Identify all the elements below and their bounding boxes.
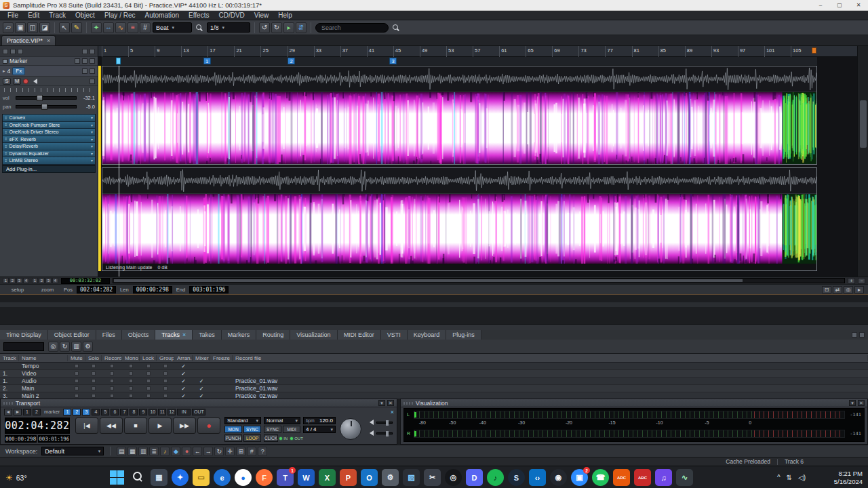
volume-icon[interactable]: ◁) xyxy=(798,474,806,481)
zoom-out-button[interactable]: − xyxy=(858,278,865,284)
mixer-view-icon[interactable]: ▥ xyxy=(138,447,148,456)
record-cell[interactable] xyxy=(102,364,122,368)
arrange-cell[interactable]: ✓ xyxy=(174,393,193,399)
play-mode-select[interactable]: Normal ▾ xyxy=(264,417,300,424)
arrange-cell[interactable]: ✓ xyxy=(174,386,193,392)
solo-cell[interactable] xyxy=(85,386,102,390)
stop-button[interactable]: ■ xyxy=(124,418,147,434)
draw-mode-icon[interactable]: ✎ xyxy=(71,22,82,33)
taskbar-app-start[interactable] xyxy=(108,469,125,486)
grid-quant-icon[interactable]: ⊞ xyxy=(236,447,245,456)
marker-menu-icon[interactable] xyxy=(90,58,95,64)
phones-volume-slider[interactable] xyxy=(376,432,393,434)
mono-cell[interactable] xyxy=(122,386,140,390)
setup-preset-4[interactable]: 4 xyxy=(23,278,29,283)
taskbar-app-obs[interactable]: ◎ xyxy=(445,469,462,486)
play-cursor-icon[interactable]: ▸ xyxy=(854,286,864,293)
plugin-slot-linmb-stereo[interactable]: ≡LinMB Stereo▾ xyxy=(3,157,95,165)
plugin-slot-oneknob-driver-stereo[interactable]: ≡OneKnob Driver Stereo▾ xyxy=(3,129,95,136)
volume-knob[interactable] xyxy=(340,418,361,440)
docker-tab-vsti[interactable]: VSTI xyxy=(381,330,408,340)
record-cell[interactable] xyxy=(102,386,122,390)
snap-icon[interactable]: ✛ xyxy=(225,447,235,456)
menu-item-file[interactable]: File xyxy=(3,11,23,20)
locate-icon[interactable]: ◎ xyxy=(844,286,853,293)
docker-tab-keyboard[interactable]: Keyboard xyxy=(408,330,447,340)
note-icon[interactable]: ♪ xyxy=(160,447,170,456)
group-cell[interactable] xyxy=(157,386,174,390)
plugin-icon[interactable]: # xyxy=(247,447,256,456)
menu-item-edit[interactable]: Edit xyxy=(23,11,44,20)
taskbar-app-edge[interactable]: e xyxy=(214,469,231,486)
menu-item-view[interactable]: View xyxy=(250,11,274,20)
grid-icon[interactable]: # xyxy=(140,22,151,33)
lock-cell[interactable] xyxy=(140,386,157,390)
panel-close-icon[interactable]: ✕ xyxy=(387,400,394,406)
mute-cell[interactable] xyxy=(68,364,85,368)
track-menu-icon[interactable] xyxy=(90,79,95,84)
monitor-icon[interactable]: ▸ xyxy=(283,22,294,33)
layout-icon[interactable] xyxy=(18,49,23,54)
add-plugin-button[interactable]: Add Plug-in... xyxy=(2,165,96,173)
docker-tab-midi-editor[interactable]: MIDI Editor xyxy=(338,330,381,340)
table-row-video[interactable]: 1.Video✓ xyxy=(0,370,868,378)
crossfade-icon[interactable]: ∿ xyxy=(115,22,126,33)
refresh-icon[interactable]: ↻ xyxy=(60,342,70,352)
menu-item-automation[interactable]: Automation xyxy=(140,11,184,20)
setup-preset-1[interactable]: 1 xyxy=(3,278,9,283)
column-header-record-file[interactable]: Record file xyxy=(233,355,868,361)
undo-icon[interactable]: ↺ xyxy=(259,22,270,33)
list-view-icon[interactable]: ≣ xyxy=(149,447,159,456)
marker-cell-6[interactable]: 6 xyxy=(111,409,119,415)
taskbar-app-abc-app[interactable]: ABC xyxy=(634,469,651,486)
taskbar-app-settings[interactable]: ⚙ xyxy=(382,469,399,486)
taskbar-app-task-view[interactable]: ▦ xyxy=(151,469,167,486)
lock-cell[interactable] xyxy=(140,371,157,375)
plugin-slot-convex[interactable]: ≡Convex▾ xyxy=(3,115,95,122)
table-row-tempo[interactable]: Tempo✓ xyxy=(0,363,868,370)
taskbar-app-steam[interactable]: S xyxy=(508,469,525,486)
panel-close-icon[interactable] xyxy=(859,332,865,338)
scroll-link-icon[interactable]: ⇄ xyxy=(833,286,842,293)
taskbar-app-vscode[interactable]: ‹› xyxy=(529,469,546,486)
marker-cell-11[interactable]: 11 xyxy=(158,409,166,415)
solo-cell[interactable] xyxy=(85,379,102,383)
tray-chevron-icon[interactable]: ^ xyxy=(777,474,781,481)
arrange-cell[interactable]: ✓ xyxy=(174,378,193,384)
taskbar-app-outlook[interactable]: O xyxy=(361,469,378,486)
taskbar-app-photos[interactable]: ▨ xyxy=(403,469,420,486)
mixer-cell[interactable]: ✓ xyxy=(193,393,210,399)
zoom-preset-2[interactable]: 2 xyxy=(39,278,45,283)
timeline-marker-1[interactable]: 1 xyxy=(203,58,211,64)
marker-next-icon[interactable]: ► xyxy=(14,409,22,415)
taskbar-app-search[interactable] xyxy=(130,469,146,486)
taskbar-app-firefox[interactable]: F xyxy=(256,469,273,486)
plugin-slot-delay-reverb[interactable]: ≡Delay/Reverb▾ xyxy=(3,143,95,150)
group-cell[interactable] xyxy=(157,379,174,383)
punch-button[interactable]: PUNCH xyxy=(224,434,242,442)
network-icon[interactable]: ⇅ xyxy=(787,474,792,481)
group-cell[interactable] xyxy=(157,371,174,375)
maximize-button[interactable]: ▢ xyxy=(830,0,849,11)
track-4-header[interactable]: ▸ 4 Fx xyxy=(0,66,98,77)
dock-icon[interactable] xyxy=(3,49,8,54)
sync2-button[interactable]: SYNC xyxy=(264,426,281,433)
redo-icon[interactable]: ↻ xyxy=(271,22,282,33)
nav-right-icon[interactable]: → xyxy=(203,447,213,456)
record-arm-button[interactable] xyxy=(23,79,28,84)
taskbar-app-audio-mixer[interactable]: ∿ xyxy=(676,469,693,486)
mixer-cell[interactable]: ✓ xyxy=(193,386,210,392)
mute-cell[interactable] xyxy=(68,379,85,383)
taskbar-app-excel[interactable]: X xyxy=(319,469,336,486)
locator-cell-1[interactable]: 1 xyxy=(23,409,31,415)
system-clock[interactable]: 8:21 PM 5/16/2024 xyxy=(834,466,863,488)
midi-button[interactable]: MIDI xyxy=(283,426,300,433)
group-cell[interactable] xyxy=(157,394,174,398)
mono-cell[interactable] xyxy=(122,364,140,368)
columns-icon[interactable]: ▥ xyxy=(71,342,81,352)
menu-item-track[interactable]: Track xyxy=(44,11,71,20)
taskbar-app-chrome[interactable]: ● xyxy=(235,469,252,486)
grid-toggle-icon[interactable] xyxy=(10,49,16,54)
time-display[interactable]: 002:04:282 xyxy=(5,418,70,434)
automation-icon[interactable] xyxy=(82,68,87,74)
